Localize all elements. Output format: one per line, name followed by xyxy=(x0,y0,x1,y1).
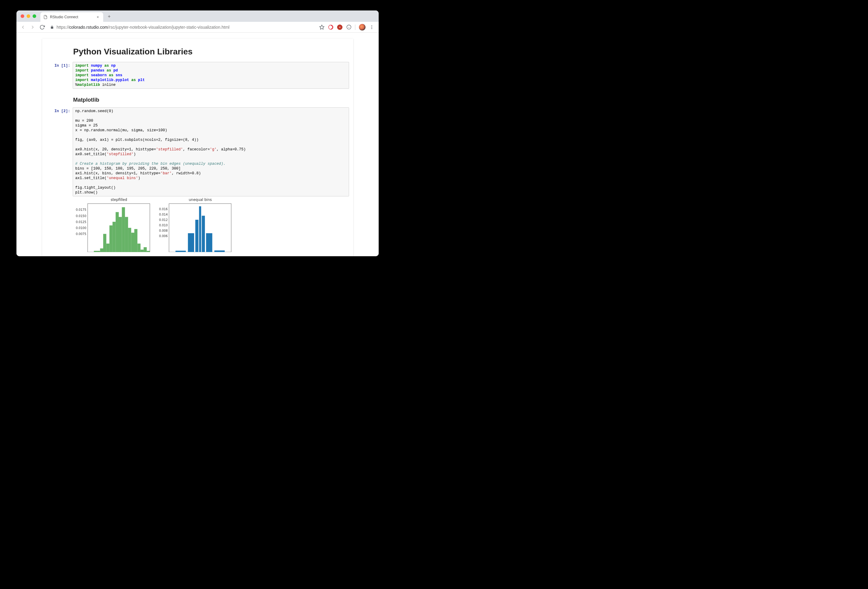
page-content[interactable]: Python Visualization Libraries In [1]: i… xyxy=(16,32,379,256)
svg-rect-17 xyxy=(103,234,106,252)
url-text: https://colorado.rstudio.com/rsc/jupyter… xyxy=(56,25,229,29)
svg-rect-36 xyxy=(199,206,201,252)
code-cell-2: In [2]: np.random.seed(0) mu = 200 sigma… xyxy=(46,107,349,196)
ytick-label: 0.006 xyxy=(159,234,168,238)
profile-avatar[interactable] xyxy=(359,24,366,31)
tab-bar: RStudio Connect xyxy=(16,10,379,22)
chart-title: stepfilled xyxy=(88,197,151,202)
svg-rect-21 xyxy=(115,212,118,252)
url-domain: colorado.rstudio.com xyxy=(69,25,108,29)
back-button[interactable] xyxy=(19,24,27,31)
code-input[interactable]: import numpy as np import pandas as pd i… xyxy=(73,62,349,89)
svg-marker-4 xyxy=(320,25,324,29)
svg-rect-29 xyxy=(140,250,143,252)
new-tab-button[interactable] xyxy=(106,13,113,20)
ytick-label: 0.008 xyxy=(159,229,168,232)
reload-button[interactable] xyxy=(38,24,46,31)
ytick-label: 0.0075 xyxy=(76,232,86,236)
window-controls xyxy=(19,14,38,18)
page-icon xyxy=(43,15,47,19)
forward-button[interactable] xyxy=(29,24,36,31)
minimize-window-button[interactable] xyxy=(27,14,30,18)
svg-rect-18 xyxy=(106,244,109,252)
page-title: Python Visualization Libraries xyxy=(46,44,349,62)
extension-ublock-icon[interactable]: u xyxy=(337,25,342,30)
svg-text:u: u xyxy=(339,26,340,28)
ytick-label: 0.012 xyxy=(159,218,168,222)
svg-rect-20 xyxy=(112,222,115,252)
svg-rect-27 xyxy=(134,229,137,252)
url-scheme: https:// xyxy=(56,25,69,29)
url-path: /rsc/jupyter-notebook-visualization/jupy… xyxy=(108,25,229,29)
svg-rect-23 xyxy=(122,207,125,252)
svg-rect-24 xyxy=(125,217,128,252)
ytick-label: 0.016 xyxy=(159,208,168,211)
svg-rect-28 xyxy=(137,244,140,252)
svg-rect-33 xyxy=(175,251,186,252)
notebook-container: Python Visualization Libraries In [1]: i… xyxy=(42,38,353,256)
address-bar: https://colorado.rstudio.com/rsc/jupyter… xyxy=(16,22,379,32)
close-window-button[interactable] xyxy=(21,14,24,18)
browser-tab[interactable]: RStudio Connect xyxy=(40,12,103,22)
svg-rect-30 xyxy=(143,247,146,252)
svg-point-11 xyxy=(372,27,372,28)
ytick-label: 0.0100 xyxy=(76,226,86,230)
svg-rect-15 xyxy=(97,251,100,252)
toolbar-icons: u xyxy=(319,24,376,31)
svg-rect-25 xyxy=(128,228,131,252)
ytick-label: 0.0175 xyxy=(76,208,86,211)
input-prompt: In [2]: xyxy=(46,107,73,196)
ytick-label: 0.010 xyxy=(159,224,168,227)
svg-rect-35 xyxy=(195,220,198,252)
url-field[interactable]: https://colorado.rstudio.com/rsc/jupyter… xyxy=(48,25,317,29)
ytick-label: 0.0125 xyxy=(76,220,86,223)
svg-rect-37 xyxy=(202,216,205,252)
chart-0: stepfilled0.00750.01000.01250.01500.0175 xyxy=(73,198,151,252)
code-cell-1: In [1]: import numpy as np import pandas… xyxy=(46,62,349,89)
cell-output: stepfilled0.00750.01000.01250.01500.0175… xyxy=(46,198,349,252)
lock-icon xyxy=(50,25,54,29)
svg-rect-22 xyxy=(119,217,122,252)
svg-rect-16 xyxy=(100,249,103,252)
code-input[interactable]: np.random.seed(0) mu = 200 sigma = 25 x … xyxy=(73,107,349,196)
svg-rect-38 xyxy=(206,233,212,252)
input-prompt: In [1]: xyxy=(46,62,73,89)
section-heading: Matplotlib xyxy=(46,91,349,107)
svg-rect-39 xyxy=(214,250,224,252)
chart-1: unequal bins0.0060.0080.0100.0120.0140.0… xyxy=(154,198,232,252)
browser-window: RStudio Connect https://colorado.rstudio… xyxy=(16,10,379,256)
star-icon[interactable] xyxy=(319,25,325,30)
chart-title: unequal bins xyxy=(169,197,232,202)
ytick-label: 0.014 xyxy=(159,213,168,216)
svg-point-12 xyxy=(372,28,372,29)
info-icon[interactable] xyxy=(346,25,351,30)
svg-rect-26 xyxy=(131,233,134,252)
svg-rect-19 xyxy=(109,225,112,252)
svg-rect-14 xyxy=(94,251,97,252)
close-tab-button[interactable] xyxy=(95,15,100,19)
tab-title: RStudio Connect xyxy=(50,15,93,19)
extension-swirl-icon[interactable] xyxy=(328,25,334,30)
menu-icon[interactable] xyxy=(369,25,375,30)
svg-rect-31 xyxy=(146,251,149,252)
maximize-window-button[interactable] xyxy=(32,14,36,18)
ytick-label: 0.0150 xyxy=(76,214,86,217)
svg-point-10 xyxy=(372,25,372,26)
svg-rect-34 xyxy=(188,233,194,252)
chart-svg xyxy=(73,198,151,252)
